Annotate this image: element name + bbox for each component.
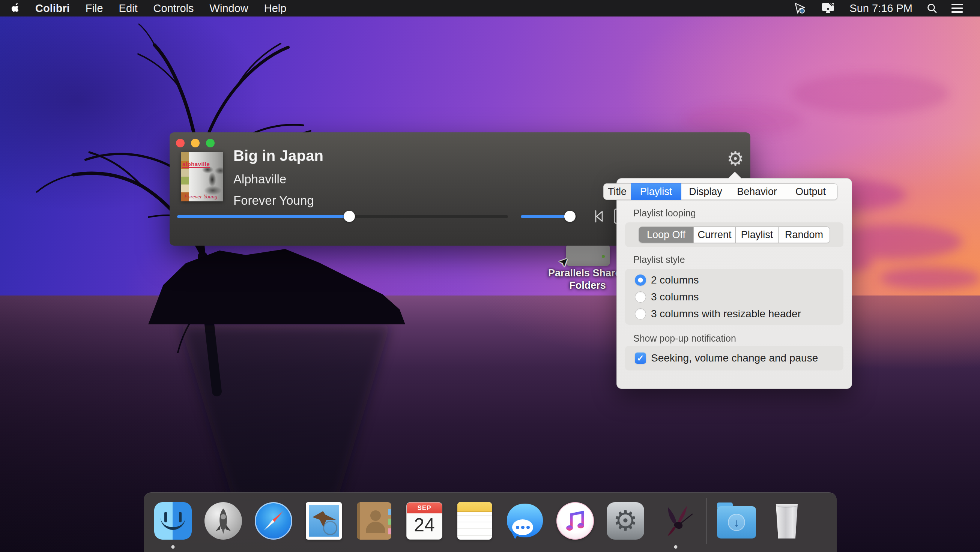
playlist-looping-group: Loop Off Current Playlist Random — [625, 222, 843, 247]
dock-item-trash[interactable] — [767, 501, 807, 541]
radio-3-columns-resizable[interactable] — [635, 308, 646, 319]
menu-file[interactable]: File — [86, 2, 103, 14]
menu-controls[interactable]: Controls — [153, 2, 194, 14]
messages-bubble-icon — [506, 502, 544, 539]
mail-postmark — [323, 521, 337, 535]
display-icon[interactable] — [821, 2, 835, 14]
volume-slider-thumb[interactable] — [564, 211, 576, 222]
dock-item-calendar[interactable]: SEP 24 — [404, 501, 445, 541]
menu-bar-clock[interactable]: Sun 7:16 PM — [850, 2, 912, 14]
looping-segmented-control: Loop Off Current Playlist Random — [639, 227, 830, 243]
segment-loop-off[interactable]: Loop Off — [639, 227, 694, 243]
tab-display[interactable]: Display — [681, 183, 730, 200]
album-art-album-text: Forever Young — [184, 194, 217, 200]
downloads-folder-icon: ↓ — [717, 506, 756, 538]
checkbox-label: Seeking, volume change and pause — [651, 352, 818, 364]
radio-row-3-columns[interactable]: 3 columns — [635, 289, 843, 305]
dock-item-downloads[interactable]: ↓ — [716, 501, 757, 541]
calendar-icon: SEP 24 — [406, 502, 442, 539]
menu-bar: Colibri File Edit Controls Window Help — [0, 0, 980, 16]
radio-2-columns[interactable] — [635, 274, 646, 286]
popup-notification-label: Show pop-up notification — [633, 333, 736, 344]
track-title: Big in Japan — [233, 148, 323, 164]
menu-app-colibri[interactable]: Colibri — [35, 2, 70, 14]
radio-3-columns[interactable] — [635, 291, 646, 303]
dock-item-contacts[interactable] — [354, 501, 395, 541]
track-album: Forever Young — [233, 194, 323, 208]
trash-icon — [775, 503, 799, 538]
previous-track-icon[interactable] — [590, 208, 607, 225]
tab-title[interactable]: Title — [603, 183, 631, 200]
parallels-cursor-icon[interactable] — [794, 2, 807, 14]
radio-row-3-columns-resizable[interactable]: 3 columns with resizable header — [635, 305, 843, 322]
island-silhouette — [143, 233, 413, 517]
playlist-style-group: 2 columns 3 columns 3 columns with resiz… — [625, 269, 843, 325]
dock-item-safari[interactable] — [253, 501, 294, 541]
dock-item-mail[interactable] — [304, 501, 344, 541]
tab-behavior[interactable]: Behavior — [730, 183, 784, 200]
colibri-hummingbird-icon — [657, 502, 694, 539]
dock-item-system-preferences[interactable]: ⚙ — [605, 501, 646, 541]
seek-slider-thumb[interactable] — [344, 211, 355, 222]
calendar-day: 24 — [407, 514, 442, 536]
segment-random[interactable]: Random — [778, 227, 830, 243]
radio-label: 2 columns — [651, 274, 699, 286]
segment-current[interactable]: Current — [694, 227, 736, 243]
dock: SEP 24 — [144, 492, 837, 552]
drive-led-light — [602, 255, 605, 258]
dock-separator — [706, 498, 706, 544]
dock-item-colibri[interactable] — [655, 501, 696, 541]
radio-label: 3 columns with resizable header — [651, 308, 801, 320]
menu-edit[interactable]: Edit — [119, 2, 138, 14]
album-art-band-text: alphaville — [182, 161, 210, 168]
now-playing-meta: Big in Japan Alphaville Forever Young — [233, 148, 323, 208]
dock-item-messages[interactable] — [504, 501, 545, 541]
preferences-popover: Title Playlist Display Behavior Output P… — [616, 178, 852, 389]
notification-center-icon[interactable] — [951, 2, 963, 15]
track-artist: Alphaville — [233, 172, 323, 186]
volume-slider-fill — [521, 215, 570, 218]
dock-item-itunes[interactable] — [555, 501, 595, 541]
tab-output[interactable]: Output — [784, 183, 837, 200]
playlist-style-label: Playlist style — [633, 254, 685, 265]
seek-slider[interactable] — [177, 215, 508, 218]
seek-slider-fill — [177, 215, 349, 218]
external-drive-icon — [566, 245, 610, 266]
popup-notification-group: ✓ Seeking, volume change and pause — [625, 346, 843, 371]
playlist-looping-label: Playlist looping — [633, 208, 696, 219]
safari-compass-icon — [255, 502, 292, 539]
window-controls — [176, 139, 215, 148]
gear-icon[interactable]: ⚙ — [724, 148, 747, 170]
zoom-button[interactable] — [206, 139, 215, 148]
calendar-month: SEP — [407, 503, 442, 513]
segment-playlist[interactable]: Playlist — [736, 227, 778, 243]
seeking-checkbox[interactable]: ✓ — [635, 352, 646, 364]
close-button[interactable] — [176, 139, 185, 148]
album-art: alphaville Forever Young — [181, 152, 223, 201]
dock-item-launchpad[interactable] — [203, 501, 243, 541]
tab-playlist[interactable]: Playlist — [631, 183, 681, 200]
contacts-book-icon — [357, 502, 391, 539]
menu-help[interactable]: Help — [264, 2, 286, 14]
launchpad-rocket-icon — [204, 502, 242, 539]
radio-label: 3 columns — [651, 291, 699, 303]
mail-stamp-icon — [306, 502, 342, 539]
apple-logo-icon[interactable] — [10, 3, 19, 14]
radio-row-2-columns[interactable]: 2 columns — [635, 271, 843, 289]
download-arrow-icon: ↓ — [728, 514, 745, 531]
menu-window[interactable]: Window — [210, 2, 248, 14]
spotlight-search-icon[interactable] — [927, 3, 937, 14]
dock-item-finder[interactable] — [153, 501, 193, 541]
minimize-button[interactable] — [191, 139, 200, 148]
notes-icon — [457, 502, 492, 539]
safari-needle — [262, 510, 285, 532]
desktop-screen: ➤ Parallels Shared Folders alphaville Fo… — [0, 0, 980, 552]
dock-item-notes[interactable] — [454, 501, 495, 541]
itunes-note-icon — [557, 502, 594, 539]
volume-slider[interactable] — [521, 215, 577, 218]
finder-icon — [154, 502, 192, 539]
system-preferences-gear-icon: ⚙ — [607, 502, 644, 539]
preferences-tabs: Title Playlist Display Behavior Output — [603, 183, 837, 200]
